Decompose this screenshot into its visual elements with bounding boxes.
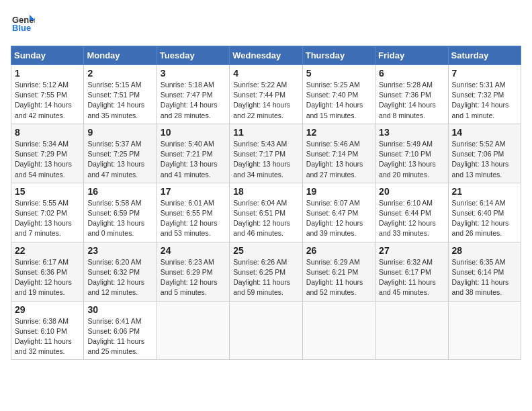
- dow-header-thursday: Thursday: [302, 46, 375, 65]
- day-cell-19: 19Sunrise: 6:07 AMSunset: 6:47 PMDayligh…: [302, 183, 375, 242]
- day-cell-21: 21Sunrise: 6:14 AMSunset: 6:40 PMDayligh…: [448, 183, 521, 242]
- day-info: Sunrise: 5:49 AMSunset: 7:10 PMDaylight:…: [379, 139, 444, 180]
- day-cell-13: 13Sunrise: 5:49 AMSunset: 7:10 PMDayligh…: [375, 124, 448, 183]
- day-number: 14: [452, 127, 517, 138]
- day-cell-3: 3Sunrise: 5:18 AMSunset: 7:47 PMDaylight…: [157, 65, 229, 124]
- day-cell-2: 2Sunrise: 5:15 AMSunset: 7:51 PMDaylight…: [84, 65, 157, 124]
- day-info: Sunrise: 6:17 AMSunset: 6:36 PMDaylight:…: [15, 257, 80, 298]
- day-info: Sunrise: 6:07 AMSunset: 6:47 PMDaylight:…: [306, 198, 371, 239]
- calendar-week-5: 29Sunrise: 6:38 AMSunset: 6:10 PMDayligh…: [11, 301, 521, 360]
- day-cell-11: 11Sunrise: 5:43 AMSunset: 7:17 PMDayligh…: [230, 124, 302, 183]
- day-number: 15: [15, 186, 80, 197]
- dow-header-monday: Monday: [84, 46, 157, 65]
- day-info: Sunrise: 5:22 AMSunset: 7:44 PMDaylight:…: [233, 80, 298, 121]
- empty-cell: [375, 301, 448, 360]
- day-info: Sunrise: 5:43 AMSunset: 7:17 PMDaylight:…: [233, 139, 298, 180]
- day-number: 4: [233, 68, 298, 79]
- day-cell-1: 1Sunrise: 5:12 AMSunset: 7:55 PMDaylight…: [11, 65, 84, 124]
- day-cell-28: 28Sunrise: 6:35 AMSunset: 6:14 PMDayligh…: [448, 242, 521, 301]
- day-info: Sunrise: 5:52 AMSunset: 7:06 PMDaylight:…: [452, 139, 517, 180]
- day-cell-4: 4Sunrise: 5:22 AMSunset: 7:44 PMDaylight…: [230, 65, 302, 124]
- day-info: Sunrise: 5:37 AMSunset: 7:25 PMDaylight:…: [87, 139, 152, 180]
- day-cell-29: 29Sunrise: 6:38 AMSunset: 6:10 PMDayligh…: [11, 301, 84, 360]
- day-info: Sunrise: 5:18 AMSunset: 7:47 PMDaylight:…: [161, 80, 226, 121]
- day-cell-15: 15Sunrise: 5:55 AMSunset: 7:02 PMDayligh…: [11, 183, 84, 242]
- day-info: Sunrise: 5:58 AMSunset: 6:59 PMDaylight:…: [87, 198, 152, 239]
- day-cell-25: 25Sunrise: 6:26 AMSunset: 6:25 PMDayligh…: [230, 242, 302, 301]
- day-info: Sunrise: 6:29 AMSunset: 6:21 PMDaylight:…: [306, 257, 371, 298]
- day-cell-27: 27Sunrise: 6:32 AMSunset: 6:17 PMDayligh…: [375, 242, 448, 301]
- empty-cell: [230, 301, 302, 360]
- empty-cell: [302, 301, 375, 360]
- logo-icon: General Blue: [11, 11, 35, 35]
- calendar-week-3: 15Sunrise: 5:55 AMSunset: 7:02 PMDayligh…: [11, 183, 521, 242]
- day-info: Sunrise: 6:26 AMSunset: 6:25 PMDaylight:…: [233, 257, 298, 298]
- day-number: 13: [379, 127, 444, 138]
- day-number: 3: [161, 68, 226, 79]
- day-number: 28: [452, 245, 517, 256]
- day-info: Sunrise: 5:40 AMSunset: 7:21 PMDaylight:…: [161, 139, 226, 180]
- day-number: 9: [87, 127, 152, 138]
- empty-cell: [448, 301, 521, 360]
- svg-text:Blue: Blue: [12, 23, 31, 33]
- day-number: 10: [161, 127, 226, 138]
- dow-header-saturday: Saturday: [448, 46, 521, 65]
- day-info: Sunrise: 5:46 AMSunset: 7:14 PMDaylight:…: [306, 139, 371, 180]
- day-number: 16: [87, 186, 152, 197]
- day-number: 20: [379, 186, 444, 197]
- day-info: Sunrise: 6:38 AMSunset: 6:10 PMDaylight:…: [15, 316, 80, 357]
- day-cell-6: 6Sunrise: 5:28 AMSunset: 7:36 PMDaylight…: [375, 65, 448, 124]
- day-number: 22: [15, 245, 80, 256]
- calendar-week-1: 1Sunrise: 5:12 AMSunset: 7:55 PMDaylight…: [11, 65, 521, 124]
- day-cell-16: 16Sunrise: 5:58 AMSunset: 6:59 PMDayligh…: [84, 183, 157, 242]
- day-cell-23: 23Sunrise: 6:20 AMSunset: 6:32 PMDayligh…: [84, 242, 157, 301]
- day-info: Sunrise: 6:32 AMSunset: 6:17 PMDaylight:…: [379, 257, 444, 298]
- day-number: 12: [306, 127, 371, 138]
- dow-header-wednesday: Wednesday: [230, 46, 302, 65]
- day-info: Sunrise: 5:15 AMSunset: 7:51 PMDaylight:…: [87, 80, 152, 121]
- day-info: Sunrise: 6:23 AMSunset: 6:29 PMDaylight:…: [161, 257, 226, 298]
- dow-header-tuesday: Tuesday: [157, 46, 229, 65]
- day-number: 25: [233, 245, 298, 256]
- day-number: 6: [379, 68, 444, 79]
- day-info: Sunrise: 5:34 AMSunset: 7:29 PMDaylight:…: [15, 139, 80, 180]
- day-number: 17: [161, 186, 226, 197]
- dow-header-sunday: Sunday: [11, 46, 84, 65]
- day-number: 7: [452, 68, 517, 79]
- day-cell-12: 12Sunrise: 5:46 AMSunset: 7:14 PMDayligh…: [302, 124, 375, 183]
- day-number: 1: [15, 68, 80, 79]
- day-info: Sunrise: 6:41 AMSunset: 6:06 PMDaylight:…: [87, 316, 152, 357]
- day-number: 5: [306, 68, 371, 79]
- day-info: Sunrise: 5:25 AMSunset: 7:40 PMDaylight:…: [306, 80, 371, 121]
- day-info: Sunrise: 5:55 AMSunset: 7:02 PMDaylight:…: [15, 198, 80, 239]
- day-cell-8: 8Sunrise: 5:34 AMSunset: 7:29 PMDaylight…: [11, 124, 84, 183]
- day-cell-7: 7Sunrise: 5:31 AMSunset: 7:32 PMDaylight…: [448, 65, 521, 124]
- calendar-week-2: 8Sunrise: 5:34 AMSunset: 7:29 PMDaylight…: [11, 124, 521, 183]
- day-info: Sunrise: 5:31 AMSunset: 7:32 PMDaylight:…: [452, 80, 517, 121]
- day-number: 19: [306, 186, 371, 197]
- day-number: 11: [233, 127, 298, 138]
- day-info: Sunrise: 6:04 AMSunset: 6:51 PMDaylight:…: [233, 198, 298, 239]
- day-number: 29: [15, 304, 80, 315]
- day-number: 27: [379, 245, 444, 256]
- day-info: Sunrise: 6:01 AMSunset: 6:55 PMDaylight:…: [161, 198, 226, 239]
- day-cell-22: 22Sunrise: 6:17 AMSunset: 6:36 PMDayligh…: [11, 242, 84, 301]
- day-number: 8: [15, 127, 80, 138]
- day-info: Sunrise: 5:12 AMSunset: 7:55 PMDaylight:…: [15, 80, 80, 121]
- day-info: Sunrise: 6:35 AMSunset: 6:14 PMDaylight:…: [452, 257, 517, 298]
- day-cell-30: 30Sunrise: 6:41 AMSunset: 6:06 PMDayligh…: [84, 301, 157, 360]
- header: General Blue: [11, 11, 521, 38]
- day-info: Sunrise: 6:14 AMSunset: 6:40 PMDaylight:…: [452, 198, 517, 239]
- day-cell-20: 20Sunrise: 6:10 AMSunset: 6:44 PMDayligh…: [375, 183, 448, 242]
- day-cell-26: 26Sunrise: 6:29 AMSunset: 6:21 PMDayligh…: [302, 242, 375, 301]
- calendar-week-4: 22Sunrise: 6:17 AMSunset: 6:36 PMDayligh…: [11, 242, 521, 301]
- day-number: 26: [306, 245, 371, 256]
- day-number: 23: [87, 245, 152, 256]
- dow-header-friday: Friday: [375, 46, 448, 65]
- day-info: Sunrise: 6:10 AMSunset: 6:44 PMDaylight:…: [379, 198, 444, 239]
- logo: General Blue: [11, 11, 35, 38]
- empty-cell: [157, 301, 229, 360]
- day-number: 18: [233, 186, 298, 197]
- day-number: 2: [87, 68, 152, 79]
- day-cell-24: 24Sunrise: 6:23 AMSunset: 6:29 PMDayligh…: [157, 242, 229, 301]
